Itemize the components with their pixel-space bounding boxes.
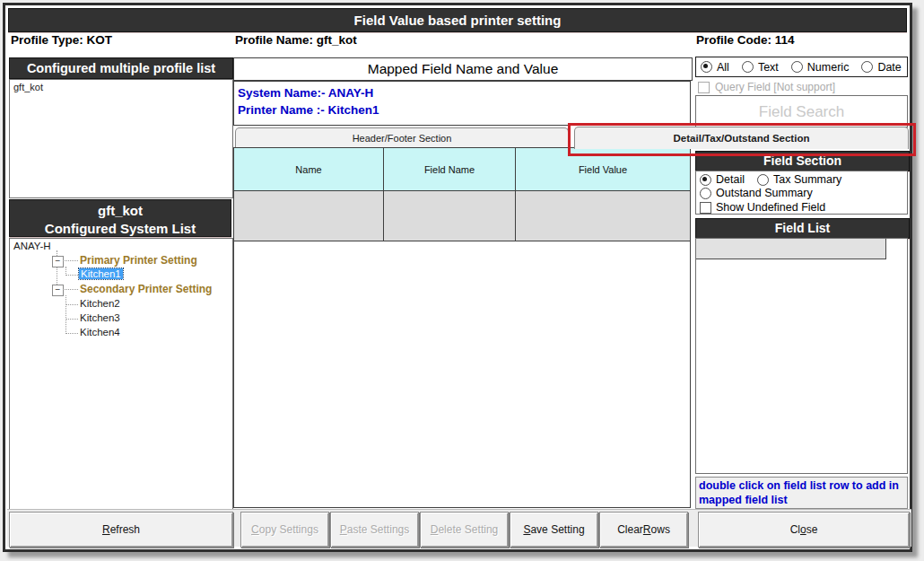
radio-numeric[interactable]: Numeric — [791, 61, 850, 74]
profile-list-item[interactable]: gft_kot — [10, 80, 232, 94]
radio-detail-icon[interactable] — [700, 174, 711, 186]
dialog-title: Field Value based printer setting — [8, 8, 907, 32]
query-field-label: Query Field [Not support] — [715, 81, 835, 93]
radio-detail-label: Detail — [716, 173, 745, 186]
grid-cell[interactable] — [234, 191, 384, 241]
query-field-checkbox-icon — [698, 82, 710, 93]
tree-collapse-icon[interactable]: − — [52, 256, 64, 267]
radio-date[interactable]: Date — [861, 61, 901, 74]
tree-node-secondary-printer-setting[interactable]: Secondary Printer Setting — [80, 283, 212, 295]
mapped-field-grid: Name Field Name Field Value — [233, 147, 691, 508]
mapped-field-header: Mapped Field Name and Value — [233, 57, 693, 81]
configured-system-tree: ANAY-H − Primary Printer Setting Kitchen… — [9, 238, 233, 510]
radio-tax-summary-label: Tax Summary — [773, 173, 841, 186]
tree-node-kitchen3[interactable]: Kitchen3 — [80, 312, 120, 323]
refresh-button[interactable]: Refresh — [9, 512, 233, 548]
tree-connector — [65, 319, 78, 320]
radio-tax-summary[interactable]: Tax Summary — [757, 172, 841, 187]
screen: Field Value based printer setting Profil… — [0, 0, 924, 561]
field-section-options: Detail Tax Summary Outstand Summary Show… — [695, 171, 908, 215]
grid-col-name: Name — [234, 148, 384, 190]
save-setting-button[interactable]: Save Setting — [510, 512, 598, 548]
system-list-header: gft_kot Configured System List — [9, 199, 231, 237]
printer-setting-dialog: Field Value based printer setting Profil… — [3, 3, 912, 552]
grid-col-field-value: Field Value — [516, 148, 690, 190]
radio-text-icon[interactable] — [742, 61, 754, 73]
radio-date-icon[interactable] — [861, 61, 873, 73]
profile-code-label: Profile Code: 114 — [696, 33, 795, 47]
show-undefined-field-label: Show Undefined Field — [716, 201, 825, 214]
grid-cell[interactable] — [516, 191, 690, 241]
field-section-header: Field Section — [695, 151, 910, 171]
tree-node-kitchen1-selected[interactable]: Kitchen1 — [79, 268, 123, 279]
tab-detail-tax-outstand-section[interactable]: Detail/Tax/Outstand Section — [574, 127, 909, 149]
tree-connector — [65, 304, 78, 305]
radio-numeric-label: Numeric — [807, 61, 850, 74]
radio-outstand-summary[interactable]: Outstand Summary — [700, 187, 903, 199]
radio-outstand-summary-icon[interactable] — [700, 188, 711, 199]
radio-text[interactable]: Text — [742, 61, 779, 74]
delete-setting-button: Delete Setting — [420, 512, 509, 548]
paste-settings-button: Paste Settings — [330, 512, 419, 548]
profile-listbox[interactable]: gft_kot — [9, 79, 233, 198]
tree-connector — [65, 295, 66, 334]
copy-settings-button: Copy Settings — [240, 512, 329, 548]
tree-node-kitchen4[interactable]: Kitchen4 — [80, 327, 120, 337]
show-undefined-field-checkbox-icon[interactable] — [700, 202, 711, 214]
system-printer-info-box: System Name:- ANAY-H Printer Name :- Kit… — [233, 81, 691, 126]
radio-numeric-icon[interactable] — [791, 61, 803, 73]
profile-name-label: Profile Name: gft_kot — [235, 33, 357, 47]
radio-tax-summary-icon[interactable] — [757, 174, 769, 186]
radio-all-icon[interactable] — [701, 61, 712, 73]
query-field-checkbox: Query Field [Not support] — [698, 81, 835, 93]
close-button[interactable]: Close — [698, 512, 910, 548]
system-list-header-profile: gft_kot — [10, 202, 231, 220]
field-list-header: Field List — [695, 218, 910, 239]
radio-date-label: Date — [877, 61, 901, 74]
tree-node-primary-printer-setting[interactable]: Primary Printer Setting — [80, 254, 197, 267]
system-list-header-title: Configured System List — [10, 220, 231, 238]
system-name-text: System Name:- ANAY-H — [238, 84, 686, 101]
tree-connector — [65, 333, 78, 334]
field-list-hint: double click on field list row to add in… — [695, 477, 908, 509]
grid-col-field-name: Field Name — [384, 148, 516, 190]
grid-empty-row[interactable] — [234, 191, 690, 241]
radio-all-label: All — [717, 61, 729, 74]
tree-root-anay-h[interactable]: ANAY-H — [13, 241, 51, 251]
tree-node-kitchen2[interactable]: Kitchen2 — [80, 298, 120, 309]
tab-header-footer-section[interactable]: Header/Footer Section — [235, 127, 569, 148]
profile-list-header: Configured multiple profile list — [9, 57, 233, 79]
radio-all[interactable]: All — [701, 61, 729, 74]
grid-header-row: Name Field Name Field Value — [234, 148, 690, 191]
printer-name-text: Printer Name :- Kitchen1 — [238, 101, 686, 118]
tree-connector — [65, 275, 78, 276]
radio-outstand-summary-label: Outstand Summary — [716, 187, 813, 199]
tree-connector — [63, 289, 78, 290]
profile-type-label: Profile Type: KOT — [11, 33, 112, 47]
grid-cell[interactable] — [384, 191, 516, 241]
show-undefined-field-checkbox[interactable]: Show Undefined Field — [700, 201, 903, 214]
field-type-filter-group: All Text Numeric Date — [695, 57, 908, 77]
tree-connector — [63, 260, 78, 261]
field-list-empty-header-row — [696, 239, 886, 259]
radio-text-label: Text — [758, 61, 779, 74]
field-search-input: Field Search — [695, 95, 908, 127]
field-listbox[interactable] — [695, 238, 908, 474]
clear-rows-button[interactable]: Clear Rows — [599, 512, 688, 548]
radio-detail[interactable]: Detail — [700, 172, 745, 187]
tree-collapse-icon[interactable]: − — [52, 285, 64, 296]
